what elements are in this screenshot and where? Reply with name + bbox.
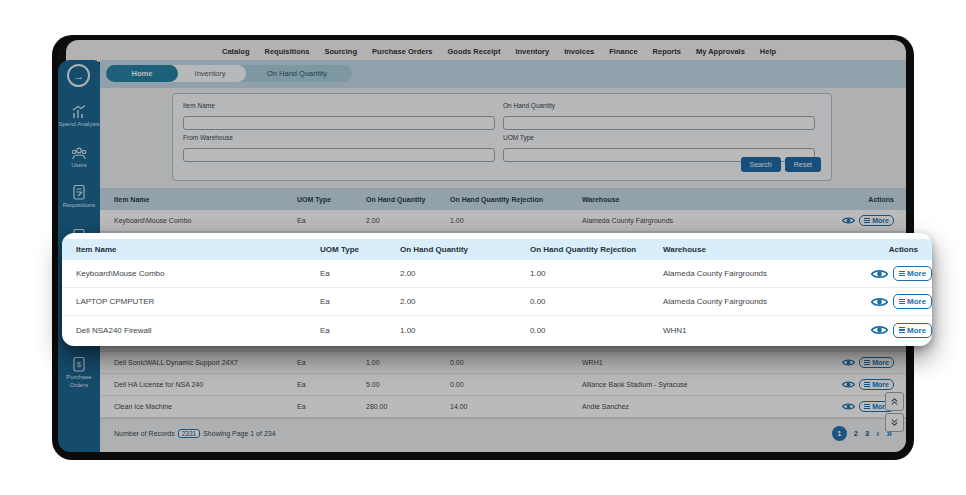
view-eye-icon[interactable]	[871, 296, 888, 308]
page: Catalog Requisitions Sourcing Purchase O…	[0, 0, 966, 495]
more-icon	[899, 327, 905, 333]
view-eye-icon[interactable]	[871, 324, 888, 336]
more-button[interactable]: More	[893, 266, 932, 281]
more-icon	[899, 299, 905, 305]
view-eye-icon[interactable]	[871, 268, 888, 280]
more-icon	[899, 271, 905, 277]
popup-table-row[interactable]: Keyboard\Mouse Combo Ea 2.00 1.00 Alamed…	[62, 260, 932, 288]
more-button[interactable]: More	[893, 323, 932, 338]
popup-table-row[interactable]: Dell NSA240 Firewall Ea 1.00 0.00 WHN1 M…	[62, 316, 932, 344]
popup-table-row[interactable]: LAPTOP CPMPUTER Ea 2.00 0.00 Alameda Cou…	[62, 288, 932, 316]
spotlight-table-popup: Item Name UOM Type On Hand Quantity On H…	[62, 233, 932, 346]
popup-table-header: Item Name UOM Type On Hand Quantity On H…	[62, 239, 932, 260]
more-button[interactable]: More	[893, 294, 932, 309]
